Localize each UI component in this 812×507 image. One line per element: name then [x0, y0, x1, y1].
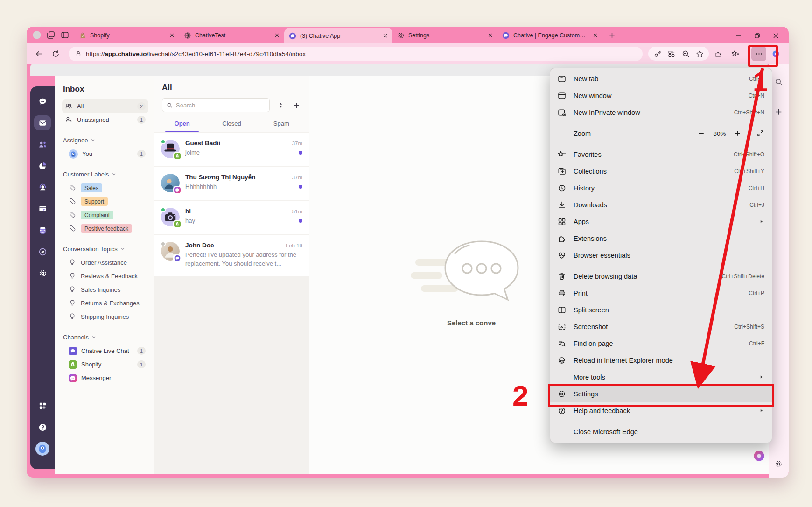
- list-tab[interactable]: Open: [157, 115, 207, 132]
- search-input[interactable]: [176, 102, 265, 109]
- nav-row[interactable]: Complaint: [66, 208, 148, 222]
- nav-row[interactable]: Messenger: [66, 371, 148, 385]
- menu-item[interactable]: Print Ctrl+P: [550, 285, 772, 302]
- menu-item[interactable]: Zoom 80%: [550, 125, 772, 142]
- gear-solid-icon[interactable]: [34, 266, 51, 281]
- menu-item[interactable]: Close Microsoft Edge: [550, 423, 772, 440]
- nav-row[interactable]: All 2: [62, 99, 148, 113]
- browser-tab[interactable]: Shopify: [74, 28, 179, 42]
- nav-row[interactable]: Positive feedback: [66, 222, 148, 235]
- nav-row[interactable]: Returns & Exchanges: [66, 296, 148, 310]
- zoom-in-button[interactable]: [734, 130, 742, 137]
- conversation-row[interactable]: Thu Sương Thị Nguyễn 37m Hhhhhhhhh: [154, 167, 309, 200]
- nav-row[interactable]: Support: [66, 195, 148, 208]
- chat-bubble-icon[interactable]: [34, 94, 51, 109]
- nav-row[interactable]: Channels: [62, 331, 148, 344]
- tab-actions-icon[interactable]: [46, 30, 56, 40]
- puzzle-icon[interactable]: [711, 46, 726, 61]
- nav-row[interactable]: Unassigned 1: [62, 113, 148, 127]
- nav-row[interactable]: Shopify 1: [66, 358, 148, 371]
- zoom-out-button[interactable]: [698, 130, 705, 137]
- browser-tab[interactable]: ChativeTest: [179, 28, 284, 42]
- list-tab[interactable]: Spam: [257, 115, 306, 132]
- star-icon[interactable]: [693, 47, 707, 60]
- menu-item-label: Split screen: [574, 306, 764, 314]
- list-tab[interactable]: Closed: [207, 115, 256, 132]
- workspaces-icon[interactable]: [60, 30, 70, 40]
- nav-row[interactable]: Chative Live Chat 1: [66, 344, 148, 358]
- tab-close-icon[interactable]: [168, 32, 175, 39]
- menu-item[interactable]: [550, 121, 772, 125]
- search-icon[interactable]: [772, 75, 785, 88]
- menu-item[interactable]: Downloads Ctrl+J: [550, 197, 772, 213]
- new-tab-button[interactable]: [605, 28, 618, 42]
- menu-item[interactable]: Apps: [550, 213, 772, 230]
- help-circle-icon[interactable]: [34, 420, 51, 435]
- menu-item-label: Reload in Internet Explorer mode: [574, 357, 764, 364]
- menu-item[interactable]: New InPrivate window Ctrl+Shift+N: [550, 104, 772, 121]
- menu-item[interactable]: Browser essentials: [550, 247, 772, 264]
- menu-item[interactable]: Collections Ctrl+Shift+Y: [550, 163, 772, 180]
- mascot-avatar[interactable]: [34, 441, 51, 456]
- assistant-float-icon[interactable]: [753, 450, 765, 462]
- browser-tab[interactable]: Chative | Engage Customers C: [497, 28, 602, 42]
- contacts-icon[interactable]: [34, 137, 51, 152]
- sort-button[interactable]: [275, 100, 286, 110]
- menu-shortcut: Ctrl+F: [749, 340, 764, 347]
- menu-item[interactable]: Favorites Ctrl+Shift+O: [550, 146, 772, 163]
- menu-item[interactable]: [550, 419, 772, 423]
- fullscreen-button[interactable]: [757, 130, 764, 137]
- menu-item[interactable]: Delete browsing data Ctrl+Shift+Delete: [550, 268, 772, 285]
- agent-icon[interactable]: [34, 180, 51, 195]
- database-icon[interactable]: [34, 223, 51, 238]
- conversation-row[interactable]: hi 51m hay: [154, 201, 309, 234]
- nav-row[interactable]: Order Assistance: [66, 256, 148, 269]
- address-bar[interactable]: https://app.chative.io/livechat/s2c43ed1…: [69, 47, 643, 61]
- close-icon[interactable]: [766, 28, 785, 43]
- nav-row[interactable]: Sales Inquiries: [66, 283, 148, 296]
- menu-item[interactable]: Screenshot Ctrl+Shift+S: [550, 318, 772, 335]
- minimize-icon[interactable]: [729, 28, 748, 43]
- menu-item[interactable]: [550, 264, 772, 268]
- nav-row[interactable]: Customer Labels: [62, 168, 148, 181]
- menu-item[interactable]: New window Ctrl+N: [550, 87, 772, 104]
- nav-row[interactable]: You 1: [66, 147, 148, 161]
- favorites-bar-icon[interactable]: [728, 46, 742, 61]
- nav-row[interactable]: Conversation Topics: [62, 242, 148, 256]
- browser-tab[interactable]: Settings: [392, 28, 497, 42]
- back-button[interactable]: [31, 46, 46, 61]
- conversation-row[interactable]: Guest Badii 37m joime: [154, 133, 309, 166]
- browser-cursor-icon[interactable]: [34, 201, 51, 216]
- menu-item[interactable]: Split screen: [550, 302, 772, 318]
- refresh-button[interactable]: [48, 46, 63, 61]
- menu-item[interactable]: Extensions: [550, 230, 772, 247]
- restore-icon[interactable]: [748, 28, 766, 43]
- menu-item[interactable]: History Ctrl+H: [550, 180, 772, 197]
- grid-plus-icon[interactable]: [665, 47, 679, 60]
- automation-icon[interactable]: [34, 244, 51, 259]
- nav-row[interactable]: Assignee: [62, 134, 148, 147]
- key-icon[interactable]: [651, 47, 665, 60]
- nav-row[interactable]: Sales: [66, 181, 148, 195]
- tab-close-icon[interactable]: [592, 32, 599, 39]
- menu-item[interactable]: More tools: [550, 369, 772, 386]
- nav-row[interactable]: Reviews & Feedback: [66, 269, 148, 283]
- menu-item[interactable]: Reload in Internet Explorer mode: [550, 352, 772, 369]
- tab-close-icon[interactable]: [382, 32, 389, 39]
- menu-item[interactable]: [550, 142, 772, 146]
- tab-close-icon[interactable]: [273, 32, 280, 39]
- nav-row[interactable]: Shipping Inquiries: [66, 310, 148, 324]
- new-conversation-button[interactable]: [291, 100, 301, 110]
- inbox-icon[interactable]: [34, 115, 51, 130]
- apps-plus-icon[interactable]: [34, 398, 51, 413]
- sidebar-settings-gear-icon[interactable]: [772, 457, 785, 470]
- menu-item[interactable]: Find on page Ctrl+F: [550, 335, 772, 352]
- zoom-out-icon[interactable]: [679, 47, 693, 60]
- browser-tab[interactable]: (3) Chative App: [284, 28, 392, 43]
- tab-close-icon[interactable]: [487, 32, 494, 39]
- conversation-row[interactable]: John Doe Feb 19 Perfect! I've updated yo…: [154, 235, 309, 276]
- profile-avatar[interactable]: [32, 30, 42, 40]
- plus-icon[interactable]: [772, 105, 785, 118]
- pie-chart-icon[interactable]: [34, 158, 51, 173]
- menu-item[interactable]: New tab Ctrl+T: [550, 70, 772, 87]
